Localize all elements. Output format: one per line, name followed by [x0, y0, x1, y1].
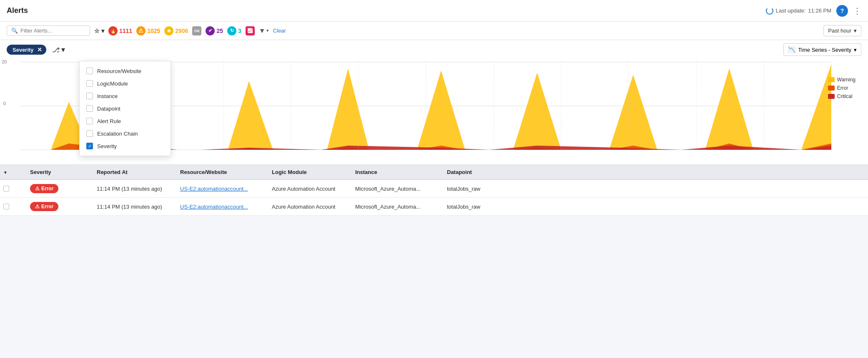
- past-hour-button[interactable]: Past hour ▾: [823, 25, 861, 36]
- refresh-count-value: 3: [238, 28, 241, 34]
- pulse-icon-btn[interactable]: 📈: [246, 26, 255, 35]
- header-actions: Last update: 11:26 PM ? ⋮: [766, 5, 861, 17]
- help-button[interactable]: ?: [836, 5, 848, 17]
- row-instance-1: Microsoft_Azure_Automa...: [352, 182, 444, 196]
- chart-legend: Warning Error Critical: [828, 77, 855, 99]
- group-by-button[interactable]: ⎇ ▾: [52, 45, 65, 54]
- dropdown-item-label: Resource/Website: [97, 68, 141, 74]
- funnel-icon: ▼: [259, 27, 266, 35]
- error-badge-icon-2: ⚠: [35, 204, 40, 209]
- legend-critical-color: [828, 94, 835, 99]
- col-datapoint-header[interactable]: Datapoint: [444, 165, 519, 179]
- refresh-count[interactable]: ↻ 3: [227, 26, 241, 35]
- checkbox-row-1[interactable]: [3, 186, 9, 192]
- col-instance-header[interactable]: Instance: [352, 165, 444, 179]
- search-input[interactable]: [20, 28, 79, 34]
- check-count-value: 25: [216, 28, 223, 34]
- col-severity-header[interactable]: Severity: [27, 165, 93, 179]
- filter-button[interactable]: ▼ ▾: [259, 27, 269, 35]
- checkbox-instance[interactable]: [86, 93, 93, 99]
- checkbox-logicmodule[interactable]: [86, 80, 93, 87]
- chart-area: Severity ✕ ⎇ ▾ 📉 Time Series - Severity …: [0, 40, 868, 165]
- row-checkbox-1[interactable]: [0, 182, 13, 196]
- row-reported-1: 11:14 PM (13 minutes ago): [93, 182, 177, 196]
- legend-error-color: [828, 86, 835, 91]
- time-series-icon: 📉: [788, 46, 796, 53]
- checkbox-alertrule[interactable]: [86, 118, 93, 124]
- row-severity-2: ⚠ Error: [27, 198, 93, 215]
- table-row: ⚠ Error 11:14 PM (13 minutes ago) US-E2:…: [0, 180, 868, 198]
- last-update: Last update: 11:26 PM: [766, 7, 831, 15]
- time-series-label: Time Series - Severity: [798, 47, 851, 53]
- dropdown-item-label: Severity: [97, 143, 117, 149]
- chart-controls: Severity ✕ ⎇ ▾ 📉 Time Series - Severity …: [0, 40, 868, 56]
- filter-input-wrapper[interactable]: 🔍: [7, 25, 90, 36]
- dropdown-item-alertrule[interactable]: Alert Rule: [80, 115, 171, 127]
- fire-icon: 🔥: [108, 26, 118, 35]
- legend-warning-color: [828, 77, 835, 82]
- legend-error: Error: [828, 85, 855, 91]
- diamond-count-value: 2906: [175, 28, 188, 34]
- past-hour-dropdown-icon: ▾: [854, 28, 857, 34]
- warning-count[interactable]: ⚠ 1025: [136, 26, 160, 35]
- row-resource-1[interactable]: US-E2:automationaccount...: [177, 182, 268, 196]
- diamond-icon: ◆: [164, 26, 173, 35]
- checkbox-escalation[interactable]: [86, 130, 93, 137]
- row-instance-2: Microsoft_Azure_Automa...: [352, 199, 444, 214]
- severity-tag[interactable]: Severity ✕: [7, 45, 46, 55]
- dropdown-item-resource[interactable]: Resource/Website: [80, 65, 171, 77]
- error-badge-2: ⚠ Error: [30, 202, 58, 211]
- refresh-icon: [766, 7, 773, 15]
- group-by-icon: ⎇: [52, 46, 60, 54]
- error-badge-icon: ⚠: [35, 186, 40, 192]
- star-dropdown-arrow: ▾: [101, 28, 104, 34]
- fire-count[interactable]: 🔥 1111: [108, 26, 132, 35]
- error-badge-1: ⚠ Error: [30, 184, 58, 193]
- row-reported-2: 11:14 PM (13 minutes ago): [93, 199, 177, 214]
- checkbox-datapoint[interactable]: [86, 105, 93, 112]
- legend-warning-label: Warning: [837, 77, 855, 83]
- checkbox-row-2[interactable]: [3, 204, 9, 209]
- legend-critical-label: Critical: [837, 93, 853, 99]
- col-arrow-header: [13, 165, 27, 179]
- legend-warning: Warning: [828, 77, 855, 83]
- dropdown-item-severity[interactable]: Severity: [80, 140, 171, 152]
- checkbox-resource[interactable]: [86, 68, 93, 74]
- check-icon: ✔: [206, 26, 215, 35]
- col-checkbox[interactable]: ▼: [0, 165, 13, 179]
- dropdown-item-label: Datapoint: [97, 106, 120, 112]
- ok-count[interactable]: OK: [192, 26, 201, 35]
- warning-count-value: 1025: [147, 28, 160, 34]
- diamond-count[interactable]: ◆ 2906: [164, 26, 188, 35]
- col-resource-header[interactable]: Resource/Website: [177, 165, 268, 179]
- y-label-0: 0: [3, 101, 6, 106]
- dropdown-item-instance[interactable]: Instance: [80, 90, 171, 102]
- row-arrow-1: [13, 184, 27, 193]
- row-datapoint-2: totalJobs_raw: [444, 199, 519, 214]
- col-logicmodule-header[interactable]: Logic Module: [268, 165, 352, 179]
- dropdown-item-datapoint[interactable]: Datapoint: [80, 102, 171, 115]
- time-series-button[interactable]: 📉 Time Series - Severity ▾: [783, 43, 861, 56]
- table-row: ⚠ Error 11:14 PM (13 minutes ago) US-E2:…: [0, 198, 868, 216]
- checkbox-severity[interactable]: [86, 143, 93, 149]
- dropdown-item-escalation[interactable]: Escalation Chain: [80, 127, 171, 140]
- time-series-dropdown-icon: ▾: [854, 47, 857, 53]
- menu-button[interactable]: ⋮: [853, 6, 861, 16]
- col-reported-header[interactable]: Reported At: [93, 165, 177, 179]
- clear-button[interactable]: Clear: [273, 28, 286, 34]
- check-count[interactable]: ✔ 25: [206, 26, 223, 35]
- star-filter[interactable]: ☆ ▾: [94, 28, 104, 34]
- last-update-time: 11:26 PM: [808, 8, 831, 14]
- y-label-20: 20: [2, 59, 7, 64]
- row-resource-2[interactable]: US-E2:automationaccount...: [177, 199, 268, 214]
- dropdown-item-label: Alert Rule: [97, 118, 121, 124]
- warning-icon: ⚠: [136, 26, 146, 35]
- search-icon: 🔍: [11, 28, 18, 34]
- table-header: ▼ Severity Reported At Resource/Website …: [0, 165, 868, 180]
- past-hour-label: Past hour: [828, 28, 851, 34]
- row-checkbox-2[interactable]: [0, 199, 13, 214]
- row-datapoint-1: totalJobs_raw: [444, 182, 519, 196]
- dropdown-item-logicmodule[interactable]: LogicModule: [80, 77, 171, 90]
- last-update-label: Last update:: [776, 8, 806, 14]
- severity-tag-close[interactable]: ✕: [37, 46, 42, 53]
